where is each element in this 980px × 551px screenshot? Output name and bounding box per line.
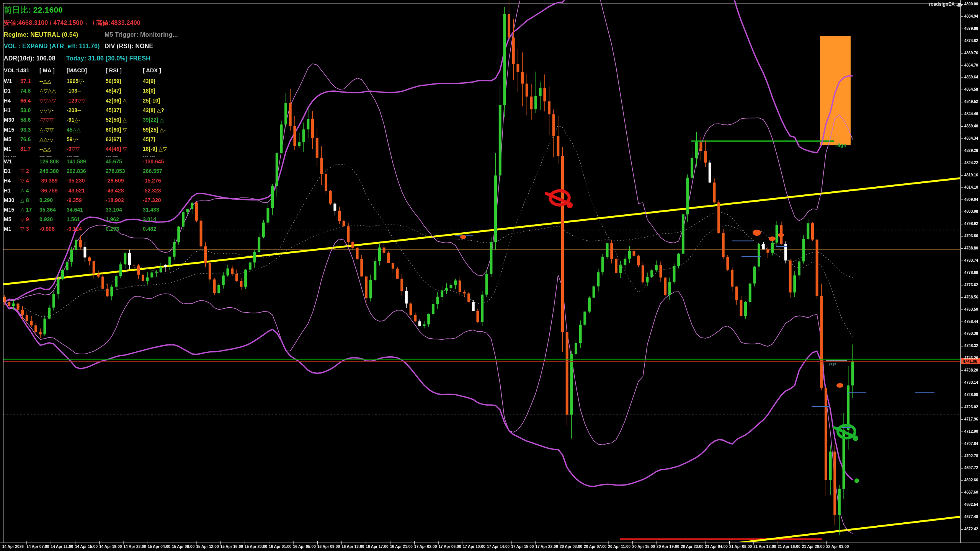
today-range: Today: 31.86 [30.0%] FRESH bbox=[66, 55, 150, 62]
momentum-v1: 35.364 bbox=[39, 207, 56, 213]
adx-signal: 59[25] △- bbox=[143, 127, 166, 133]
timeframe-label: D1 bbox=[4, 88, 11, 94]
time-axis-label: 17 Apr 14:00 bbox=[487, 544, 510, 549]
ma-signal: △▽△△ bbox=[39, 88, 56, 94]
time-axis-label: 15 Apr 04:00 bbox=[148, 544, 170, 549]
separator-dashes: --- --- bbox=[39, 153, 52, 159]
price-axis-label: 4788.80 bbox=[964, 246, 978, 250]
ea-hat-icon bbox=[956, 2, 962, 7]
momentum-v2: -9.359 bbox=[67, 197, 82, 203]
momentum-v4: 31.483 bbox=[143, 207, 159, 213]
price-axis-label: 4874.82 bbox=[964, 39, 978, 43]
macd-signal: 59▽- bbox=[67, 136, 78, 142]
time-axis-label: 15 Apr 12:00 bbox=[196, 544, 219, 549]
indicator-row-w1: W157.1--△△1965▽-56[59]43[9] bbox=[0, 78, 184, 88]
momentum-v1: 0.920 bbox=[39, 216, 53, 222]
adx-signal: 25[-10] bbox=[143, 98, 160, 104]
bar-change: ▽ 2 bbox=[20, 168, 29, 174]
momentum-v3: -18.902 bbox=[106, 197, 124, 203]
ea-name-label: roadsignEA bbox=[929, 2, 955, 7]
macd-signal: -103-- bbox=[67, 88, 81, 94]
price-axis-label: 4743.26 bbox=[964, 356, 978, 360]
time-axis-label: 15 Apr 08:00 bbox=[172, 544, 194, 549]
price-axis-label: 4672.42 bbox=[964, 527, 978, 531]
momentum-v2: 262.836 bbox=[67, 168, 86, 174]
price-axis-label: 4819.16 bbox=[964, 173, 978, 177]
time-axis-label: 14 Apr 11:00 bbox=[51, 544, 74, 549]
timeframe-label: M1 bbox=[4, 226, 11, 232]
separator-dashes: --- --- bbox=[143, 153, 155, 159]
pivot-point-label: PP bbox=[829, 362, 836, 367]
momentum-v4: 0.482 bbox=[143, 226, 156, 232]
time-axis-label: 16 Apr 09:00 bbox=[317, 544, 340, 549]
time-axis-label: 16 Apr 01:00 bbox=[269, 544, 291, 549]
time-axis-label: 17 Apr 22:00 bbox=[536, 544, 558, 549]
indicator-row-h1: H153.0▽▽▽--208--45[37]42[8] △? bbox=[0, 107, 184, 117]
regime-status: Regime: NEUTRAL (0.54) bbox=[4, 31, 78, 38]
rsi-signal: 45[37] bbox=[106, 107, 121, 113]
time-axis-label: 16 Apr 05:00 bbox=[293, 544, 316, 549]
price-axis-label: 4809.04 bbox=[964, 197, 978, 202]
price-axis-label: 4702.78 bbox=[964, 454, 978, 458]
price-axis-label: 4778.68 bbox=[964, 271, 978, 275]
time-axis-label: 21 Apr 04:00 bbox=[705, 544, 728, 549]
low-bid-high-line: 安値:4668.3100 / 4742.1500 ← / 高値:4833.240… bbox=[4, 19, 140, 27]
time-axis-label: 21 Apr 08:00 bbox=[729, 544, 752, 549]
macd-signal: -208-- bbox=[67, 107, 81, 113]
time-axis-label: 21 Apr 20:00 bbox=[802, 544, 825, 549]
strength-value: 81.7 bbox=[20, 146, 31, 152]
timeframe-label: M30 bbox=[4, 117, 14, 123]
chart-window: 前日比: 22.1600 安値:4668.3100 / 4742.1500 ← … bbox=[0, 0, 980, 551]
momentum-v4: -27.320 bbox=[143, 197, 161, 203]
prev-day-change: 前日比: 22.1600 bbox=[4, 5, 63, 15]
ma-signal: △-▽▽ bbox=[39, 127, 54, 133]
price-axis-label: 4890.00 bbox=[964, 2, 978, 6]
time-axis-label: 21 Apr 12:00 bbox=[753, 544, 776, 549]
price-axis-label: 4692.66 bbox=[964, 478, 978, 482]
strength-value: 58.6 bbox=[20, 117, 31, 123]
prev-day-change-label: 前日比: bbox=[4, 5, 31, 14]
timeframe-label: M30 bbox=[4, 197, 14, 203]
momentum-row-w1: W1126.808141.58945.675-130.645 bbox=[0, 158, 184, 168]
volatility-status: VOL : EXPAND (ATR_eff: 111.76) bbox=[4, 43, 100, 50]
momentum-row-d1: D1▽ 2245.380262.836278.853266.557 bbox=[0, 168, 184, 178]
separator-dashes: --- --- bbox=[4, 153, 16, 159]
strength-value: 76.6 bbox=[20, 136, 31, 142]
momentum-v1: -36.758 bbox=[39, 187, 57, 194]
momentum-v4: 266.557 bbox=[143, 168, 162, 174]
indicator-row-m5: M576.6△△-▽59▽-63[67]45[7] bbox=[0, 136, 184, 146]
header-adx: [ ADX ] bbox=[143, 67, 161, 73]
momentum-v3: 278.853 bbox=[106, 168, 125, 174]
price-axis-label: 4783.74 bbox=[964, 258, 978, 262]
momentum-v3: 33.104 bbox=[106, 207, 122, 213]
momentum-v3: 1.962 bbox=[106, 216, 119, 222]
time-axis-label: 20 Apr 15:00 bbox=[632, 544, 655, 549]
bar-change: ▽ 9 bbox=[20, 216, 29, 222]
price-axis-label: 4738.20 bbox=[964, 368, 978, 372]
time-axis-label: 16 Apr 13:00 bbox=[341, 544, 364, 549]
ma-signal: ▽▽△▽ bbox=[39, 98, 56, 104]
time-axis-label: 14 Apr 23:00 bbox=[124, 544, 146, 549]
header-ma: [ MA ] bbox=[39, 67, 55, 73]
price-axis-label: 4753.38 bbox=[964, 331, 978, 336]
indicator-row-h4: H466.4▽▽△▽-129▽▽42[36] △25[-10] bbox=[0, 98, 184, 107]
strength-value: 93.3 bbox=[20, 127, 31, 133]
time-axis-label: 22 Apr 01:00 bbox=[826, 544, 849, 549]
price-axis-label: 4707.84 bbox=[964, 442, 978, 446]
rsi-signal: 42[36] △ bbox=[106, 98, 127, 104]
rsi-signal: 48[47] bbox=[106, 88, 121, 94]
price-axis-label: 4879.88 bbox=[964, 26, 978, 31]
separator-dashes: --- --- bbox=[67, 153, 79, 159]
price-axis-label: 4859.64 bbox=[964, 75, 978, 79]
ea-status: roadsignEA bbox=[929, 2, 962, 7]
time-axis-label: 20 Apr 03:00 bbox=[560, 544, 582, 549]
macd-signal: 1965▽- bbox=[67, 78, 85, 84]
price-axis-label: 4723.02 bbox=[964, 405, 978, 409]
price-axis-label: 4824.22 bbox=[964, 161, 978, 165]
price-axis-label: 4864.70 bbox=[964, 63, 978, 67]
strength-value: 66.4 bbox=[20, 98, 31, 104]
rsi-signal: 56[59] bbox=[106, 78, 121, 84]
strength-value: 74.8 bbox=[20, 88, 31, 94]
momentum-v4: -52.323 bbox=[143, 187, 161, 194]
bar-change: △ 4 bbox=[20, 187, 29, 194]
